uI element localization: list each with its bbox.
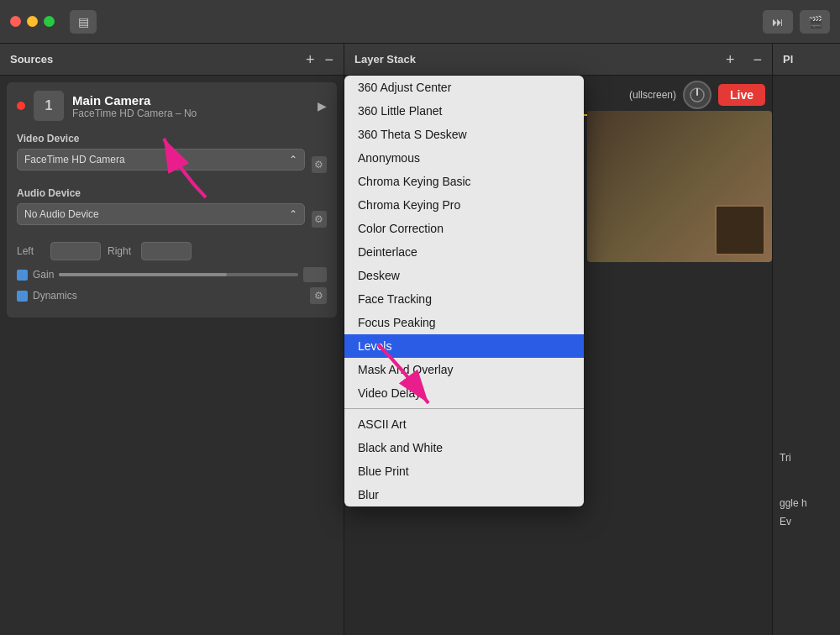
audio-device-select[interactable]: No Audio Device ⌃ — [17, 203, 305, 225]
sources-panel-title: Sources — [10, 53, 296, 66]
gain-value-box — [303, 267, 327, 282]
ggle-label: ggle h — [780, 497, 833, 509]
add-source-button[interactable]: + — [306, 52, 315, 67]
right-panel-header: Pl — [773, 44, 840, 76]
right-panel: Pl Tri ggle h Ev — [773, 44, 840, 635]
dropdown-item-video-delay[interactable]: Video Delay — [344, 381, 584, 405]
right-panel-title: Pl — [783, 53, 793, 66]
sidebar-toggle-button[interactable]: ▤ — [70, 10, 97, 34]
dropdown-item-face-tracking[interactable]: Face Tracking — [344, 287, 584, 311]
right-label: Right — [108, 245, 134, 257]
dropdown-item-deinterlace[interactable]: Deinterlace — [344, 240, 584, 264]
volume-knob[interactable] — [683, 81, 711, 109]
ev-label: Ev — [780, 516, 833, 527]
dropdown-item-chroma-basic[interactable]: Chroma Keying Basic — [344, 170, 584, 193]
source-info: Main Camera FaceTime HD Camera – No — [72, 93, 309, 119]
minimize-button[interactable] — [27, 16, 38, 27]
close-button[interactable] — [10, 16, 21, 27]
audio-device-gear[interactable]: ⚙ — [312, 211, 327, 228]
forward-icon: ⏭ — [772, 15, 784, 29]
add-layer-button[interactable]: + — [726, 52, 735, 67]
dynamics-row: Dynamics ⚙ — [17, 287, 327, 304]
layer-stack-panel: Layer Stack + − 📷 ⌃P (ullscreen) Live 36… — [344, 44, 773, 635]
dropdown-divider — [344, 408, 584, 409]
source-camera-icon: 1 — [34, 91, 64, 121]
source-name: Main Camera — [72, 93, 309, 108]
filter-dropdown: 360 Adjust Center 360 Little Planet 360 … — [344, 76, 584, 506]
video-device-gear[interactable]: ⚙ — [312, 156, 327, 173]
gain-checkbox[interactable] — [17, 270, 28, 281]
audio-device-label: Audio Device — [17, 187, 327, 199]
gain-label: Gain — [33, 269, 54, 281]
dropdown-item-color-correction[interactable]: Color Correction — [344, 217, 584, 240]
dropdown-item-chroma-pro[interactable]: Chroma Keying Pro — [344, 193, 584, 217]
main-layout: Sources + − 1 Main Camera FaceTime HD Ca… — [0, 44, 840, 635]
dropdown-item-levels[interactable]: Levels — [344, 334, 584, 358]
gain-slider[interactable] — [59, 273, 298, 276]
sources-panel-header: Sources + − — [0, 44, 344, 76]
dropdown-item-ascii-art[interactable]: ASCII Art — [344, 412, 584, 436]
dynamics-gear[interactable]: ⚙ — [310, 287, 327, 304]
audio-device-row: No Audio Device ⌃ ⚙ — [17, 203, 327, 235]
audio-chevron-icon: ⌃ — [289, 208, 297, 220]
layer-preview-image — [587, 111, 772, 262]
right-panel-content: Tri ggle h Ev — [773, 76, 840, 635]
chevron-down-icon: ⌃ — [289, 154, 297, 165]
layer-stack-title: Layer Stack — [354, 53, 707, 66]
video-device-label: Video Device — [17, 133, 327, 144]
dropdown-item-360-adjust-center[interactable]: 360 Adjust Center — [344, 76, 584, 99]
tri-label: Tri — [780, 452, 833, 464]
source-item-header: 1 Main Camera FaceTime HD Camera – No ▶ — [17, 91, 327, 121]
dropdown-item-black-white[interactable]: Black and White — [344, 436, 584, 459]
title-bar-right: ⏭ 🎬 — [763, 10, 830, 34]
dropdown-item-deskew[interactable]: Deskew — [344, 264, 584, 287]
source-subtitle: FaceTime HD Camera – No — [72, 108, 309, 119]
record-button[interactable]: 🎬 — [800, 10, 830, 34]
left-stepper[interactable] — [50, 242, 101, 260]
dropdown-item-360-theta[interactable]: 360 Theta S Deskew — [344, 123, 584, 146]
source-expand-icon[interactable]: ▶ — [318, 99, 327, 113]
source-item-main-camera[interactable]: 1 Main Camera FaceTime HD Camera – No ▶ … — [7, 82, 337, 318]
dropdown-item-mask-overlay[interactable]: Mask And Overlay — [344, 358, 584, 381]
dropdown-item-360-little-planet[interactable]: 360 Little Planet — [344, 99, 584, 123]
dropdown-item-blur[interactable]: Blur — [344, 483, 584, 506]
dropdown-item-focus-peaking[interactable]: Focus Peaking — [344, 311, 584, 334]
forward-button[interactable]: ⏭ — [763, 10, 793, 34]
live-button[interactable]: Live — [718, 84, 765, 106]
remove-source-button[interactable]: − — [324, 52, 333, 67]
source-active-dot — [17, 102, 25, 110]
remove-layer-button[interactable]: − — [753, 52, 762, 67]
dynamics-checkbox[interactable] — [17, 291, 28, 302]
lr-row: Left Right — [17, 242, 327, 260]
dynamics-label: Dynamics — [33, 290, 77, 302]
layer-thumbnail — [715, 205, 765, 255]
video-device-row: FaceTime HD Camera ⌃ ⚙ — [17, 149, 327, 181]
sources-panel: Sources + − 1 Main Camera FaceTime HD Ca… — [0, 44, 344, 635]
left-label: Left — [17, 245, 44, 257]
maximize-button[interactable] — [44, 16, 55, 27]
dropdown-item-blue-print[interactable]: Blue Print — [344, 459, 584, 483]
layer-stack-header: Layer Stack + − — [344, 44, 772, 76]
record-icon: 🎬 — [808, 15, 822, 29]
gain-row: Gain — [17, 267, 327, 282]
dropdown-item-anonymous[interactable]: Anonymous — [344, 146, 584, 170]
right-stepper[interactable] — [141, 242, 192, 260]
video-device-select[interactable]: FaceTime HD Camera ⌃ — [17, 149, 305, 171]
fullscreen-label: (ullscreen) — [629, 89, 676, 101]
sidebar-icon: ▤ — [78, 15, 89, 29]
title-bar: ▤ ⏭ 🎬 — [0, 0, 840, 44]
traffic-lights — [10, 16, 55, 27]
